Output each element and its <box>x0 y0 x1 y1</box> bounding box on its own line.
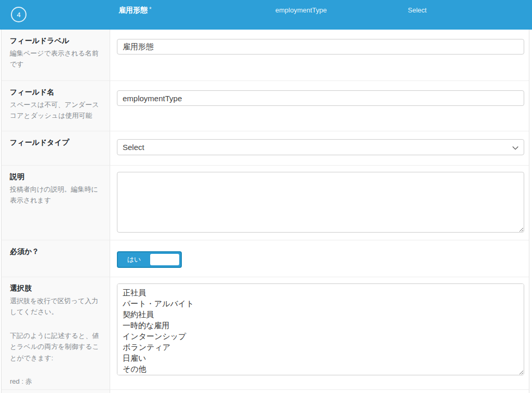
row-field-type-heading: フィールドタイプ <box>2 131 110 165</box>
row-field-name: フィールド名 スペースは不可、アンダースコアとダッシュは使用可能 <box>2 80 529 131</box>
row-instructions-heading: 説明 投稿者向けの説明。編集時に表示されます <box>2 166 110 240</box>
required-title: 必須か？ <box>10 247 104 256</box>
field-name-input[interactable] <box>117 90 524 106</box>
field-name-description: スペースは不可、アンダースコアとダッシュは使用可能 <box>10 99 104 121</box>
row-instructions: 説明 投稿者向けの説明。編集時に表示されます <box>2 165 529 240</box>
row-field-label-heading: フィールドラベル 編集ページで表示される名前です <box>2 30 110 80</box>
choices-description-line1: 選択肢を改行で区切って入力してください。 <box>10 295 104 318</box>
required-asterisk: * <box>149 6 152 13</box>
row-required-heading: 必須か？ <box>2 240 110 277</box>
row-choices: 選択肢 選択肢を改行で区切って入力してください。 下記のように記述すると、値とラ… <box>2 277 529 389</box>
row-next-partial-heading <box>2 390 110 393</box>
field-editor-panel: 4 雇用形態* employmentType Select フィールドラベル 編… <box>0 0 532 393</box>
field-header-type: Select <box>408 6 427 14</box>
instructions-textarea[interactable] <box>117 172 524 233</box>
row-field-name-control <box>110 81 529 131</box>
field-name-title: フィールド名 <box>10 88 104 97</box>
field-type-title: フィールドタイプ <box>10 138 104 147</box>
instructions-description: 投稿者向けの説明。編集時に表示されます <box>10 184 104 206</box>
row-field-type: フィールドタイプ Select <box>2 131 529 165</box>
row-next-partial <box>2 389 529 393</box>
choices-title: 選択肢 <box>10 284 104 293</box>
field-label-title: フィールドラベル <box>10 36 104 46</box>
row-required-control: はい <box>110 240 529 277</box>
row-field-label: フィールドラベル 編集ページで表示される名前です <box>2 30 529 80</box>
row-field-type-control: Select <box>110 131 529 165</box>
row-choices-control: 正社員 パート・アルバイト 契約社員 一時的な雇用 インターンシップ ボランティ… <box>110 277 529 389</box>
instructions-title: 説明 <box>10 172 104 182</box>
choices-textarea[interactable]: 正社員 パート・アルバイト 契約社員 一時的な雇用 インターンシップ ボランティ… <box>117 283 524 375</box>
field-header-label-text: 雇用形態 <box>118 6 148 14</box>
field-header-label: 雇用形態* <box>118 6 152 15</box>
choices-description: 選択肢を改行で区切って入力してください。 下記のように記述すると、値とラベルの両… <box>10 295 104 387</box>
required-toggle-on-label: はい <box>118 252 150 267</box>
row-required: 必須か？ はい <box>2 240 529 277</box>
row-choices-heading: 選択肢 選択肢を改行で区切って入力してください。 下記のように記述すると、値とラ… <box>2 277 110 389</box>
required-toggle-knob[interactable] <box>150 254 179 265</box>
row-instructions-control <box>110 166 529 240</box>
field-label-description: 編集ページで表示される名前です <box>10 48 104 70</box>
field-type-selected-value: Select <box>123 143 144 152</box>
field-header-name: employmentType <box>275 6 327 14</box>
field-label-input[interactable] <box>117 39 524 55</box>
row-field-name-heading: フィールド名 スペースは不可、アンダースコアとダッシュは使用可能 <box>2 81 110 131</box>
field-number-badge: 4 <box>11 7 26 22</box>
row-field-label-control <box>110 30 529 80</box>
row-next-partial-control <box>110 390 529 393</box>
required-toggle[interactable]: はい <box>117 251 182 268</box>
field-settings-table: フィールドラベル 編集ページで表示される名前です フィールド名 スペースは不可、… <box>1 30 529 393</box>
chevron-down-icon <box>512 144 519 152</box>
choices-description-line2: 下記のように記述すると、値とラベルの両方を制御することができます: <box>10 330 104 363</box>
field-header-bar[interactable]: 4 雇用形態* employmentType Select <box>0 0 532 30</box>
field-type-select[interactable]: Select <box>117 139 524 155</box>
choices-description-line3: red : 赤 <box>10 376 104 387</box>
